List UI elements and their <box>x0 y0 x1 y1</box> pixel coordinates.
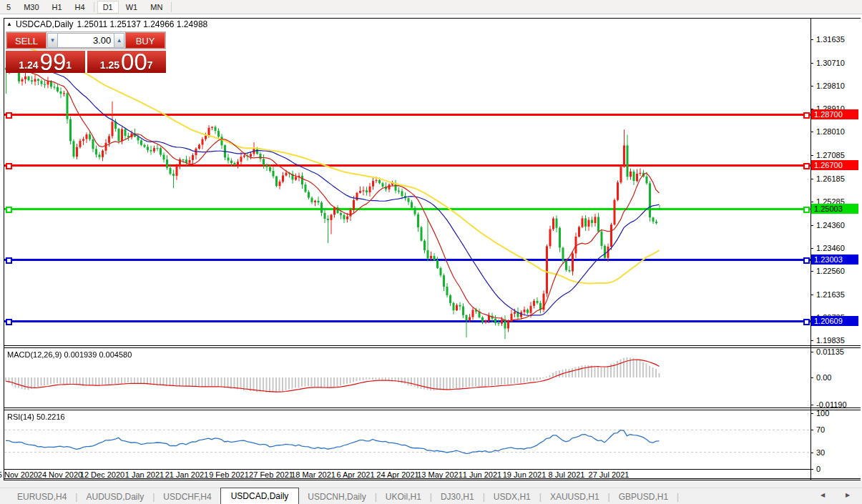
buy-price-prefix: 1.25 <box>100 58 119 72</box>
rsi-axis-tick-mark <box>810 469 813 470</box>
sell-price-pip: 1 <box>66 51 72 79</box>
tab-eurusd-h4[interactable]: EURUSD,H4 <box>9 490 75 504</box>
tab-ukoil-h1[interactable]: UKOil,H1 <box>377 490 430 504</box>
timeframe-toolbar: 5M30H1H4D1W1MN <box>0 0 862 14</box>
tab-xauusd-h1[interactable]: XAUUSD,H1 <box>542 490 608 504</box>
y-axis-tick-label: 1.27085 <box>816 151 845 159</box>
y-axis-tick-label: 1.26185 <box>816 174 845 183</box>
tab-audusd-daily[interactable]: AUDUSD,Daily <box>77 490 152 504</box>
timeframe-m30[interactable]: M30 <box>18 1 44 14</box>
rsi-axis-tick-label: 0 <box>816 465 821 473</box>
macd-axis-tick-mark <box>810 405 813 405</box>
rsi-panel-area[interactable] <box>4 410 810 468</box>
chart-title: ▲ USDCAD,Daily 1.25011 1.25137 1.24966 1… <box>6 19 207 29</box>
sell-button[interactable]: SELL <box>6 32 46 49</box>
collapse-icon[interactable]: ▲ <box>6 21 12 27</box>
toolbar-separator <box>171 2 172 12</box>
sell-price-main: 99 <box>40 51 67 72</box>
rsi-axis-tick-mark <box>810 430 813 430</box>
y-axis-tick-mark <box>810 132 813 132</box>
y-axis-tick-label: 1.24360 <box>816 221 845 229</box>
rsi-axis-tick-label: 100 <box>816 409 829 417</box>
tab-separator: | <box>677 492 679 504</box>
y-axis-tick-mark <box>810 86 813 87</box>
chart-symbol-period: USDCAD,Daily <box>16 19 74 29</box>
buy-price-display[interactable]: 1.25 00 7 <box>87 51 167 73</box>
rsi-axis-tick-mark <box>810 453 813 453</box>
volume-increase-icon[interactable]: ▲ <box>114 33 124 48</box>
sell-price-prefix: 1.24 <box>19 58 38 72</box>
rsi-axis-tick-label: 70 <box>816 425 825 434</box>
tab-usdcnh-daily[interactable]: USDCNH,Daily <box>299 490 374 504</box>
macd-separator-1 <box>4 345 861 346</box>
chart-scroll-strip[interactable] <box>0 480 862 488</box>
y-axis-tick-label: 1.28010 <box>816 127 845 136</box>
tab-scroll-right-icon[interactable]: ▶ <box>846 492 850 498</box>
mt4-terminal: 5M30H1H4D1W1MN ▲ USDCAD,Daily 1.25011 1.… <box>0 0 862 504</box>
chart-tab-bar: EURUSD,H4|AUDUSD,Daily|USDCHF,H4USDCAD,D… <box>0 488 862 504</box>
macd-axis-tick-label: 0.00 <box>816 373 831 382</box>
y-axis-tick-label: 1.23460 <box>816 244 845 252</box>
volume-input[interactable] <box>58 33 114 48</box>
y-axis-tick-mark <box>810 295 813 295</box>
price-level-badge: 1.25003 <box>811 204 858 214</box>
rsi-label: RSI(14) 50.2216 <box>7 412 65 421</box>
toolbar-separator <box>94 2 94 12</box>
timeframe-d1[interactable]: D1 <box>97 1 119 14</box>
macd-axis-tick-mark <box>810 352 813 352</box>
y-axis-tick-label: 1.19835 <box>816 336 845 345</box>
tab-usdchf-h4[interactable]: USDCHF,H4 <box>155 490 220 504</box>
price-level-badge: 1.23003 <box>811 255 858 265</box>
y-axis-tick-label: 1.22560 <box>816 267 845 275</box>
timeframe-5[interactable]: 5 <box>1 1 16 14</box>
tab-dj30-h1[interactable]: DJ30,H1 <box>432 490 483 504</box>
rsi-bottom-line <box>4 469 811 470</box>
macd-label: MACD(12,26,9) 0.001939 0.004580 <box>7 350 132 359</box>
buy-button[interactable]: BUY <box>125 32 165 49</box>
y-axis-tick-label: 1.31635 <box>816 35 845 44</box>
volume-decrease-icon[interactable]: ▼ <box>47 33 58 48</box>
y-axis-tick-mark <box>810 39 813 40</box>
timeframe-w1[interactable]: W1 <box>120 1 144 14</box>
y-axis-tick-label: 1.29810 <box>816 81 845 90</box>
macd-axis-tick-mark <box>810 377 813 378</box>
tab-usdx-h1[interactable]: USDX,H1 <box>485 490 539 504</box>
volume-spinner: ▼ ▲ <box>46 32 125 49</box>
y-axis-tick-mark <box>810 202 813 202</box>
macd-axis-tick-label: -0.01190 <box>816 400 847 409</box>
y-axis-tick-mark <box>810 155 813 156</box>
timeframe-mn[interactable]: MN <box>145 1 168 14</box>
x-axis-date-label: 27 Jul 2021 <box>584 470 634 479</box>
price-level-badge: 1.28700 <box>811 109 858 119</box>
y-axis-tick-mark <box>810 248 813 249</box>
timeframe-h1[interactable]: H1 <box>46 1 68 14</box>
y-axis-tick-mark <box>810 225 813 226</box>
rsi-axis-tick-label: 30 <box>816 448 825 457</box>
y-axis-tick-label: 1.21635 <box>816 290 845 299</box>
tab-scroll-left-icon[interactable]: ◀ <box>821 492 825 498</box>
chart-ohlc-values: 1.25011 1.25137 1.24966 1.24988 <box>77 19 208 29</box>
rsi-axis-tick-mark <box>810 413 813 414</box>
timeframe-h4[interactable]: H4 <box>69 1 91 14</box>
buy-price-main: 00 <box>121 51 147 72</box>
price-axis-line <box>810 19 811 480</box>
price-level-badge: 1.20609 <box>811 316 858 326</box>
y-axis-tick-label: 1.30710 <box>816 59 845 67</box>
one-click-trading-panel: SELL ▼ ▲ BUY 1.24 99 1 1.25 00 7 <box>6 31 166 73</box>
price-level-badge: 1.26700 <box>811 160 858 170</box>
y-axis-tick-mark <box>810 271 813 272</box>
tab-gbpusd-h1[interactable]: GBPUSD,H1 <box>610 490 677 504</box>
y-axis-tick-mark <box>810 63 813 64</box>
buy-price-pip: 7 <box>147 51 153 79</box>
macd-axis-tick-label: 0.01135 <box>816 347 844 356</box>
tab-usdcad-daily[interactable]: USDCAD,Daily <box>220 488 300 504</box>
rsi-separator-1 <box>4 407 861 408</box>
y-axis-tick-mark <box>810 340 813 341</box>
sell-price-display[interactable]: 1.24 99 1 <box>6 51 85 73</box>
y-axis-tick-mark <box>810 179 813 179</box>
